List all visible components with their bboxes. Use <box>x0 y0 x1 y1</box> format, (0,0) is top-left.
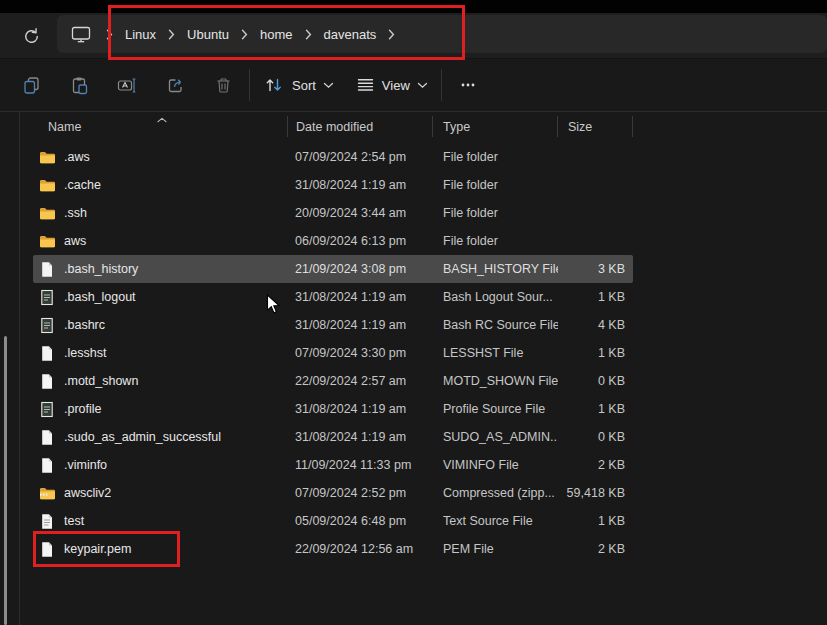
address-bar-row: LinuxUbuntuhomedavenats <box>0 13 827 59</box>
file-size: 2 KB <box>558 458 633 472</box>
zipped-folder-icon <box>38 484 56 502</box>
breadcrumb-item-linux[interactable]: Linux <box>120 24 161 45</box>
left-scrollbar-thumb[interactable] <box>4 336 7 625</box>
share-button[interactable] <box>151 67 199 103</box>
chevron-down-icon <box>323 82 334 89</box>
file-row-.bashrc[interactable]: .bashrc31/08/2024 1:19 amBash RC Source … <box>33 311 633 339</box>
file-row-keypair.pem[interactable]: keypair.pem22/09/2024 12:56 amPEM File2 … <box>33 535 633 563</box>
file-date-modified: 06/09/2024 6:13 pm <box>288 234 433 248</box>
file-file-icon <box>38 260 56 278</box>
file-date-modified: 31/08/2024 1:19 am <box>288 430 433 444</box>
file-row-.bash_history[interactable]: .bash_history21/09/2024 3:08 pmBASH_HIST… <box>33 255 633 283</box>
file-name: .ssh <box>64 206 87 220</box>
breadcrumb-item-davenats[interactable]: davenats <box>319 24 382 45</box>
file-name: test <box>64 514 84 528</box>
file-type: Profile Source File <box>433 402 558 416</box>
file-type: BASH_HISTORY File <box>433 262 558 276</box>
file-date-modified: 31/08/2024 1:19 am <box>288 178 433 192</box>
column-header-type[interactable]: Type <box>433 112 558 141</box>
file-date-modified: 05/09/2024 6:48 pm <box>288 514 433 528</box>
file-name: .bash_history <box>64 262 138 276</box>
chevron-down-icon <box>417 82 428 89</box>
column-header-label: Name <box>48 120 81 134</box>
file-row-.motd_shown[interactable]: .motd_shown22/09/2024 2:57 amMOTD_SHOWN … <box>33 367 633 395</box>
file-name: .sudo_as_admin_successful <box>64 430 221 444</box>
file-row-.viminfo[interactable]: .viminfo11/09/2024 11:33 pmVIMINFO File2… <box>33 451 633 479</box>
file-size: 3 KB <box>558 262 633 276</box>
breadcrumb-item-ubuntu[interactable]: Ubuntu <box>182 24 234 45</box>
file-row-.profile[interactable]: .profile31/08/2024 1:19 amProfile Source… <box>33 395 633 423</box>
view-dropdown[interactable]: View <box>345 67 439 103</box>
file-row-aws[interactable]: aws06/09/2024 6:13 pmFile folder <box>33 227 633 255</box>
rename-icon <box>117 76 137 95</box>
column-header-name[interactable]: Name <box>33 112 288 141</box>
view-list-icon <box>356 76 375 94</box>
chevron-right-icon <box>168 29 175 40</box>
file-name: awscliv2 <box>64 486 111 500</box>
column-header-size[interactable]: Size <box>558 112 633 141</box>
file-size: 1 KB <box>558 290 633 304</box>
file-date-modified: 21/09/2024 3:08 pm <box>288 262 433 276</box>
file-date-modified: 22/09/2024 2:57 am <box>288 374 433 388</box>
rename-button[interactable] <box>103 67 151 103</box>
file-row-test[interactable]: test05/09/2024 6:48 pmText Source File1 … <box>33 507 633 535</box>
folder-icon <box>38 204 56 222</box>
file-date-modified: 07/09/2024 2:52 pm <box>288 486 433 500</box>
file-type: SUDO_AS_ADMIN... <box>433 430 558 444</box>
sort-dropdown[interactable]: Sort <box>252 67 345 103</box>
file-type: PEM File <box>433 542 558 556</box>
file-type: File folder <box>433 206 558 220</box>
file-row-.bash_logout[interactable]: .bash_logout31/08/2024 1:19 amBash Logou… <box>33 283 633 311</box>
file-row-.cache[interactable]: .cache31/08/2024 1:19 amFile folder <box>33 171 633 199</box>
file-date-modified: 07/09/2024 2:54 pm <box>288 150 433 164</box>
file-date-modified: 11/09/2024 11:33 pm <box>288 458 433 472</box>
file-explorer-window: LinuxUbuntuhomedavenats Sort View NameDa… <box>0 0 827 625</box>
file-file-icon <box>38 428 56 446</box>
column-header-label: Size <box>568 120 592 134</box>
monitor-icon <box>71 26 91 43</box>
file-size: 2 KB <box>558 542 633 556</box>
delete-button[interactable] <box>199 67 247 103</box>
file-name: .motd_shown <box>64 374 138 388</box>
refresh-button[interactable] <box>18 23 44 49</box>
column-headers: NameDate modifiedTypeSize <box>33 112 633 141</box>
file-name: .cache <box>64 178 101 192</box>
file-list: .aws07/09/2024 2:54 pmFile folder.cache3… <box>33 143 633 563</box>
breadcrumb-item-home[interactable]: home <box>255 24 298 45</box>
file-name: aws <box>64 234 86 248</box>
file-date-modified: 31/08/2024 1:19 am <box>288 290 433 304</box>
file-date-modified: 31/08/2024 1:19 am <box>288 402 433 416</box>
toolbar-divider <box>441 69 442 101</box>
file-type: MOTD_SHOWN File <box>433 374 558 388</box>
file-size: 4 KB <box>558 318 633 332</box>
file-date-modified: 07/09/2024 3:30 pm <box>288 346 433 360</box>
folder-icon <box>38 176 56 194</box>
toolbar-divider <box>249 69 250 101</box>
script-file-icon <box>38 288 56 306</box>
file-file-icon <box>38 456 56 474</box>
file-row-.sudo_as_admin_successful[interactable]: .sudo_as_admin_successful31/08/2024 1:19… <box>33 423 633 451</box>
folder-icon <box>38 232 56 250</box>
nav-pane-divider <box>19 112 20 625</box>
file-date-modified: 20/09/2024 3:44 am <box>288 206 433 220</box>
file-row-.aws[interactable]: .aws07/09/2024 2:54 pmFile folder <box>33 143 633 171</box>
script-file-icon <box>38 316 56 334</box>
more-options-button[interactable] <box>444 67 492 103</box>
column-header-label: Date modified <box>296 120 373 134</box>
file-file-icon <box>38 344 56 362</box>
file-row-.lesshst[interactable]: .lesshst07/09/2024 3:30 pmLESSHST File1 … <box>33 339 633 367</box>
folder-icon <box>38 148 56 166</box>
column-header-date-modified[interactable]: Date modified <box>288 112 433 141</box>
sort-ascending-icon <box>157 112 167 126</box>
chevron-right-icon <box>241 29 248 40</box>
file-size: 0 KB <box>558 430 633 444</box>
file-row-.ssh[interactable]: .ssh20/09/2024 3:44 amFile folder <box>33 199 633 227</box>
address-bar[interactable]: LinuxUbuntuhomedavenats <box>57 15 827 53</box>
command-toolbar: Sort View <box>0 60 827 110</box>
refresh-icon <box>22 27 41 46</box>
file-type: Bash RC Source File <box>433 318 558 332</box>
paste-button[interactable] <box>55 67 103 103</box>
file-row-awscliv2[interactable]: awscliv207/09/2024 2:52 pmCompressed (zi… <box>33 479 633 507</box>
copy-button[interactable] <box>7 67 55 103</box>
file-size: 0 KB <box>558 374 633 388</box>
